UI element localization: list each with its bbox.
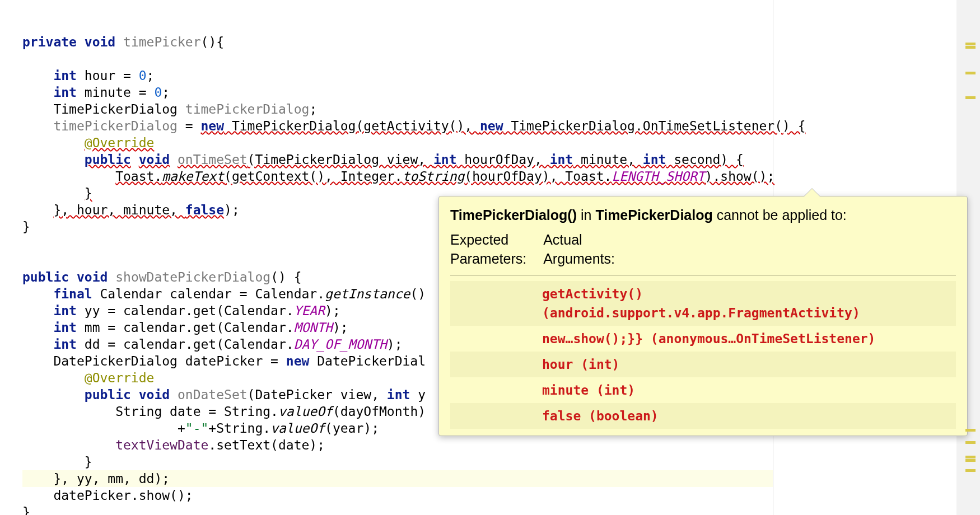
- var-name: timePickerDialog: [53, 119, 178, 133]
- code-text: ;: [162, 85, 170, 100]
- annotation-override: @Override: [85, 135, 155, 150]
- keyword-int: int: [387, 387, 410, 402]
- col-label: Actual: [543, 230, 615, 249]
- tooltip-arg-row: getActivity() (android.support.v4.app.Fr…: [450, 281, 956, 326]
- code-text: Calendar calendar = Calendar.: [92, 287, 325, 301]
- keyword-void: void: [77, 270, 108, 284]
- code-text: );: [387, 337, 403, 352]
- gutter-marker[interactable]: [965, 46, 976, 49]
- code-text: );: [224, 203, 240, 217]
- code-text: mm = calendar.get(Calendar.: [77, 320, 294, 335]
- code-text: }, yy, mm, dd);: [53, 471, 170, 486]
- tooltip-columns: Expected Parameters: Actual Arguments:: [450, 230, 956, 268]
- keyword-int: int: [53, 337, 77, 352]
- var-name: minute: [85, 85, 131, 100]
- method-name: onTimeSet: [178, 152, 248, 167]
- code-text: ;: [309, 102, 317, 116]
- tooltip-arg-row: minute (int): [450, 377, 956, 403]
- gutter-marker[interactable]: [965, 441, 976, 444]
- gutter-marker[interactable]: [965, 459, 976, 462]
- code-text: TimePickerDialog.OnTimeSetListener() {: [503, 119, 806, 133]
- constant: YEAR: [294, 303, 325, 318]
- code-text: =: [131, 85, 155, 100]
- code-text: .setText(date);: [208, 438, 325, 452]
- keyword-public: public: [85, 152, 131, 167]
- number-literal: 0: [154, 85, 162, 100]
- code-text: dd = calendar.get(Calendar.: [77, 337, 294, 352]
- code-text: y: [410, 387, 426, 402]
- static-call: toString: [403, 169, 465, 184]
- method-name: showDatePickerDialog: [115, 270, 270, 284]
- keyword-void: void: [85, 35, 115, 49]
- code-text: DatePickerDialog datePicker =: [53, 354, 286, 368]
- code-text: () {: [270, 270, 301, 284]
- keyword-private: private: [22, 35, 77, 49]
- keyword-false: false: [185, 203, 224, 217]
- keyword-public: public: [22, 270, 69, 284]
- var-name: hour: [85, 68, 115, 83]
- gutter-marker[interactable]: [965, 72, 976, 74]
- code-text: second) {: [666, 152, 743, 167]
- code-text: (dayOfMonth): [333, 404, 426, 419]
- tooltip-title-rest: cannot be applied to:: [713, 207, 847, 223]
- keyword-int: int: [53, 85, 77, 100]
- tooltip-title-class: TimePickerDialog: [595, 207, 712, 223]
- code-text: }: [85, 455, 92, 469]
- string-literal: "-": [185, 421, 209, 436]
- gutter-marker[interactable]: [965, 456, 976, 458]
- code-text: datePicker.show();: [53, 488, 193, 503]
- code-text: =: [115, 68, 139, 83]
- keyword-final: final: [53, 287, 92, 301]
- code-text: );: [325, 303, 340, 318]
- static-call: valueOf: [278, 404, 333, 419]
- marker-gutter[interactable]: [959, 0, 978, 515]
- code-text: +String.: [208, 421, 270, 436]
- code-text: (getContext(), Integer.: [224, 169, 403, 184]
- var-name: timePickerDialog: [185, 102, 310, 116]
- tooltip-title-method: TimePickerDialog(): [450, 207, 577, 223]
- static-call: makeText: [162, 169, 224, 184]
- tooltip-args: getActivity() (android.support.v4.app.Fr…: [450, 281, 956, 429]
- keyword-int: int: [53, 68, 77, 83]
- field-ref: textViewDate: [115, 438, 208, 452]
- code-text: minute,: [573, 152, 643, 167]
- code-text: }: [85, 186, 92, 200]
- tooltip-arg-row: hour (int): [450, 352, 956, 377]
- keyword-new: new: [201, 119, 225, 133]
- keyword-public: public: [85, 387, 131, 402]
- gutter-marker[interactable]: [965, 96, 976, 99]
- keyword-int: int: [53, 320, 77, 335]
- code-text: String date = String.: [115, 404, 278, 419]
- tooltip-col-expected: Expected Parameters:: [450, 230, 526, 268]
- annotation-override: @Override: [85, 371, 155, 385]
- code-text: (DatePicker view,: [248, 387, 387, 402]
- code-text: yy = calendar.get(Calendar.: [77, 303, 294, 318]
- tooltip-divider: [450, 275, 956, 275]
- keyword-int: int: [550, 152, 573, 167]
- gutter-marker[interactable]: [965, 429, 976, 432]
- constant: LENGTH_SHORT: [612, 169, 704, 184]
- constant: DAY_OF_MONTH: [294, 337, 387, 352]
- gutter-marker[interactable]: [965, 43, 976, 45]
- code-text: TimePickerDialog(getActivity(),: [224, 119, 480, 133]
- code-text: }: [22, 219, 30, 234]
- tooltip-title-in: in: [577, 207, 595, 223]
- code-text: Toast.: [115, 169, 162, 184]
- keyword-new: new: [286, 354, 310, 368]
- tooltip-title: TimePickerDialog() in TimePickerDialog c…: [450, 205, 956, 224]
- keyword-new: new: [480, 119, 503, 133]
- number-literal: 0: [139, 68, 147, 83]
- constant: MONTH: [294, 320, 333, 335]
- code-text: (){: [201, 35, 225, 49]
- keyword-int: int: [53, 303, 77, 318]
- code-text: (year);: [325, 421, 379, 436]
- code-text: }: [22, 505, 30, 515]
- gutter-marker[interactable]: [965, 469, 976, 472]
- method-name: timePicker: [123, 35, 200, 49]
- code-text: (hourOfDay), Toast.: [464, 169, 612, 184]
- keyword-int: int: [433, 152, 457, 167]
- code-text: (): [410, 287, 426, 301]
- col-label: Expected: [450, 230, 526, 249]
- code-text: DatePickerDial: [309, 354, 426, 368]
- keyword-void: void: [139, 152, 170, 167]
